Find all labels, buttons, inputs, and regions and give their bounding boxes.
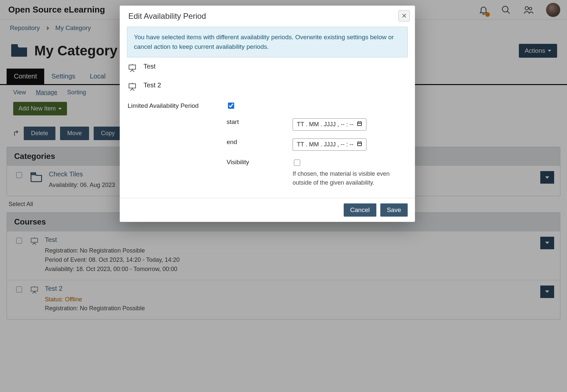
end-label: end xyxy=(227,138,286,151)
svg-line-24 xyxy=(132,89,134,91)
visibility-checkbox[interactable] xyxy=(294,160,300,166)
svg-rect-21 xyxy=(129,84,136,88)
calendar-icon xyxy=(357,141,362,148)
svg-rect-30 xyxy=(358,142,362,146)
close-button[interactable]: ✕ xyxy=(398,10,410,21)
svg-rect-26 xyxy=(358,122,362,126)
start-datetime-input[interactable]: TT . MM . JJJJ , -- : -- xyxy=(293,118,366,131)
end-datetime-input[interactable]: TT . MM . JJJJ , -- : -- xyxy=(293,138,366,151)
start-label: start xyxy=(227,118,286,131)
svg-line-18 xyxy=(130,70,132,72)
selected-item-name: Test 2 xyxy=(143,81,161,89)
course-icon xyxy=(128,63,143,74)
svg-line-23 xyxy=(130,89,132,91)
limited-availability-label: Limited Availability Period xyxy=(128,102,220,110)
svg-line-19 xyxy=(132,70,134,72)
date-placeholder: TT . MM . JJJJ , -- : -- xyxy=(297,121,354,128)
limited-availability-checkbox[interactable] xyxy=(228,103,234,109)
edit-availability-modal: Edit Availability Period ✕ You have sele… xyxy=(120,6,415,222)
close-icon: ✕ xyxy=(401,13,407,19)
svg-rect-16 xyxy=(129,65,136,69)
selected-item-name: Test xyxy=(143,63,156,70)
cancel-button[interactable]: Cancel xyxy=(344,203,376,217)
save-button[interactable]: Save xyxy=(380,203,408,217)
visibility-label: Visibility xyxy=(227,159,286,187)
visibility-help-text: If chosen, the material is visible even … xyxy=(293,169,392,187)
date-placeholder: TT . MM . JJJJ , -- : -- xyxy=(297,141,354,148)
info-alert: You have selected items with different a… xyxy=(127,27,408,57)
modal-title: Edit Availability Period xyxy=(128,12,206,20)
calendar-icon xyxy=(357,121,362,128)
course-icon xyxy=(128,81,143,92)
